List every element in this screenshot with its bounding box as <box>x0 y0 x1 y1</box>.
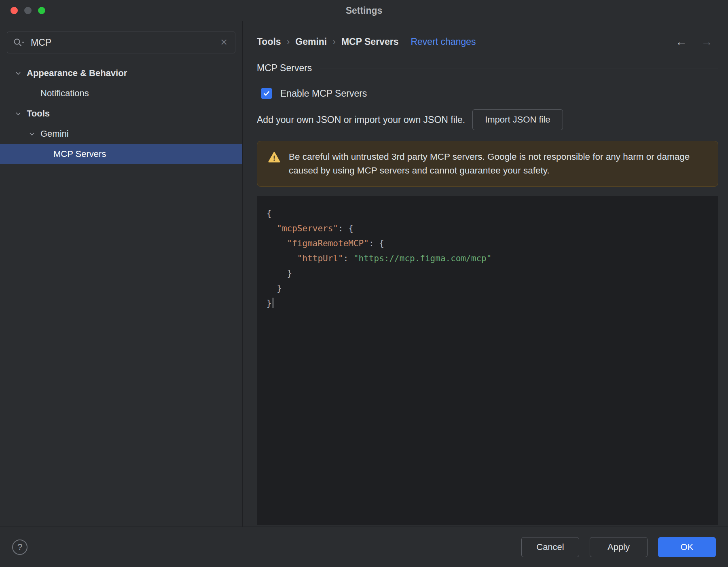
json-editor-content[interactable]: { "mcpServers": { "figmaRemoteMCP": { "h… <box>267 206 710 311</box>
warning-banner: Be careful with untrusted 3rd party MCP … <box>257 141 718 187</box>
breadcrumb-gemini[interactable]: Gemini <box>295 36 327 47</box>
mcp-servers-panel: Tools › Gemini › MCP Servers Revert chan… <box>243 21 728 527</box>
chevron-down-icon[interactable] <box>14 109 23 118</box>
settings-tree: Appearance & Behavior Notifications Tool… <box>0 63 242 164</box>
sidebar-item-label: MCP Servers <box>53 149 106 159</box>
search-icon <box>13 38 25 47</box>
sidebar-item-tools[interactable]: Tools <box>0 104 242 124</box>
code-line[interactable]: { <box>267 206 710 221</box>
chevron-down-icon[interactable] <box>14 69 23 78</box>
code-line[interactable]: } <box>267 296 710 311</box>
breadcrumb-separator: › <box>332 36 336 47</box>
forward-arrow-icon: → <box>701 36 713 48</box>
breadcrumb-separator: › <box>287 36 290 47</box>
minimize-window-button[interactable] <box>24 7 32 14</box>
text-caret <box>273 298 273 308</box>
window-title: Settings <box>346 5 383 16</box>
breadcrumb-mcp-servers: MCP Servers <box>341 36 399 47</box>
enable-mcp-servers-row[interactable]: Enable MCP Servers <box>257 84 718 103</box>
revert-changes-link[interactable]: Revert changes <box>411 36 476 47</box>
sidebar-item-mcp-servers[interactable]: MCP Servers <box>0 144 242 164</box>
breadcrumb-tools[interactable]: Tools <box>257 36 281 47</box>
settings-search-field[interactable]: MCP ✕ <box>7 32 235 53</box>
window-controls <box>11 0 45 21</box>
section-title: MCP Servers <box>257 63 312 74</box>
ok-button[interactable]: OK <box>658 537 716 557</box>
section-header: MCP Servers <box>257 60 718 76</box>
breadcrumb: Tools › Gemini › MCP Servers Revert chan… <box>257 32 718 51</box>
enable-mcp-servers-checkbox[interactable] <box>261 88 272 99</box>
sidebar-item-label: Appearance & Behavior <box>27 68 127 78</box>
cancel-button[interactable]: Cancel <box>521 537 579 557</box>
code-line[interactable]: } <box>267 281 710 296</box>
add-json-text: Add your own JSON or import your own JSO… <box>257 114 465 125</box>
code-line[interactable]: "httpUrl": "https://mcp.figma.com/mcp" <box>267 251 710 266</box>
import-json-file-button[interactable]: Import JSON file <box>472 109 563 130</box>
help-icon[interactable]: ? <box>12 539 28 555</box>
sidebar-item-label: Tools <box>27 108 50 119</box>
section-divider <box>320 68 718 68</box>
dialog-footer: ? Cancel Apply OK <box>0 527 728 567</box>
titlebar: Settings <box>0 0 728 21</box>
enable-mcp-servers-label: Enable MCP Servers <box>280 88 367 99</box>
close-window-button[interactable] <box>11 7 18 14</box>
json-editor[interactable]: { "mcpServers": { "figmaRemoteMCP": { "h… <box>257 196 718 525</box>
apply-button[interactable]: Apply <box>590 537 648 557</box>
warning-icon <box>268 151 281 165</box>
sidebar-item-label: Notifications <box>40 88 89 99</box>
code-line[interactable]: } <box>267 266 710 281</box>
zoom-window-button[interactable] <box>38 7 45 14</box>
code-line[interactable]: "figmaRemoteMCP": { <box>267 236 710 251</box>
settings-sidebar: MCP ✕ Appearance & Behavior Notification… <box>0 21 243 527</box>
back-arrow-icon[interactable]: ← <box>675 36 687 48</box>
warning-text: Be careful with untrusted 3rd party MCP … <box>289 150 707 178</box>
history-nav: ← → <box>675 36 718 48</box>
code-line[interactable]: "mcpServers": { <box>267 221 710 236</box>
sidebar-item-gemini[interactable]: Gemini <box>0 124 242 144</box>
sidebar-item-appearance-behavior[interactable]: Appearance & Behavior <box>0 63 242 83</box>
add-json-row: Add your own JSON or import your own JSO… <box>257 109 718 130</box>
search-input[interactable]: MCP <box>31 37 220 48</box>
sidebar-item-notifications[interactable]: Notifications <box>0 83 242 104</box>
clear-search-icon[interactable]: ✕ <box>220 37 228 48</box>
chevron-down-icon[interactable] <box>28 129 36 138</box>
sidebar-item-label: Gemini <box>40 129 69 139</box>
